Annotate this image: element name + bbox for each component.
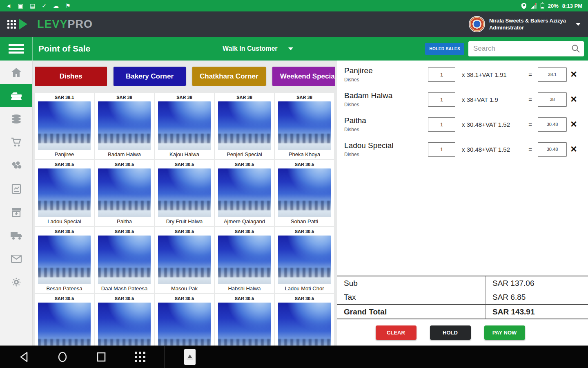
nav-divider xyxy=(164,346,165,368)
customer-selector[interactable]: Walk In Customer xyxy=(223,45,293,52)
product-image xyxy=(98,168,151,217)
product-image xyxy=(218,168,271,217)
tax-row: Tax SAR 6.85 xyxy=(337,290,588,304)
product-card[interactable]: SAR 30.5 Ladou Moti Chor xyxy=(275,227,334,293)
pos-toolbar: Point of Sale Walk In Customer HOLED SAL… xyxy=(0,37,588,61)
product-grid: SAR 38.1 Panjiree SAR 38 Badam Halwa SAR… xyxy=(35,93,335,346)
products-stack-icon xyxy=(11,114,22,124)
sidebar-item-delivery[interactable] xyxy=(0,224,32,247)
product-card[interactable]: SAR 30.5 xyxy=(215,294,274,346)
product-card[interactable]: SAR 30.5 Habshi Halwa xyxy=(215,227,274,293)
quantity-input[interactable] xyxy=(428,142,455,157)
sidebar-item-inventory[interactable] xyxy=(0,200,32,224)
cart-item-formula: x 38+VAT 1.9 xyxy=(462,96,498,103)
product-card[interactable]: SAR 30.5 xyxy=(275,294,334,346)
category-tab[interactable]: Bakery Corner xyxy=(114,67,186,86)
android-status-bar: ◄ ▣ ▤ ✓ ☁ ⚑ 20% 8:13 PM xyxy=(0,0,588,11)
product-image xyxy=(98,101,151,150)
remove-item-button[interactable]: ✕ xyxy=(567,144,581,154)
inventory-box-icon xyxy=(11,207,22,217)
product-card[interactable]: SAR 30.5 Ladou Special xyxy=(35,160,94,226)
catalog-panel: Dishes Bakery Corner Chatkhara Corner We… xyxy=(33,61,337,346)
sidebar-item-home[interactable] xyxy=(0,61,32,84)
app-notification-icon: ▣ xyxy=(18,0,23,11)
pay-now-button[interactable]: PAY NOW xyxy=(484,325,525,340)
sidebar-item-products[interactable] xyxy=(0,107,32,130)
share-icon: ◄ xyxy=(6,0,11,11)
hamburger-icon xyxy=(9,43,24,55)
cart-actions: CLEAR HOLD PAY NOW xyxy=(337,325,588,340)
product-image xyxy=(98,236,151,284)
sidebar-item-ingredients[interactable] xyxy=(0,154,32,177)
product-image xyxy=(158,168,211,217)
settings-gear-icon xyxy=(11,277,21,287)
remove-item-button[interactable]: ✕ xyxy=(567,119,581,129)
cart-item-category: Dishes xyxy=(344,152,428,157)
product-card[interactable]: SAR 30.5 Dry Fruit Halwa xyxy=(155,160,214,226)
sidebar-item-messages[interactable] xyxy=(0,247,32,270)
apps-button[interactable] xyxy=(120,352,159,362)
app-header: LEVYPRO Nirala Sweets & Bakers Azizya Ad… xyxy=(0,11,588,37)
signal-icon xyxy=(530,3,537,9)
cart-item-name: Paitha xyxy=(344,116,428,125)
product-card[interactable]: SAR 30.5 Daal Mash Pateesa xyxy=(95,227,154,293)
line-total-input[interactable] xyxy=(538,67,567,82)
product-card[interactable]: SAR 30.5 Sohan Patti xyxy=(275,160,334,226)
product-card[interactable]: SAR 38.1 Panjiree xyxy=(35,93,94,159)
reports-book-icon xyxy=(11,184,21,194)
product-name: Penjeri Special xyxy=(215,150,274,158)
app-shortcut-icon[interactable] xyxy=(184,349,196,365)
hold-button[interactable]: HOLD xyxy=(430,325,471,340)
recents-button[interactable] xyxy=(82,352,120,362)
product-card[interactable]: SAR 30.5 Besan Pateesa xyxy=(35,227,94,293)
back-button[interactable] xyxy=(4,352,43,362)
quantity-input[interactable] xyxy=(428,67,455,82)
sidebar xyxy=(0,61,33,346)
cart-item-category: Dishes xyxy=(344,77,428,83)
account-role: Administrator xyxy=(489,24,566,31)
category-tab[interactable]: Dishes xyxy=(35,67,107,86)
category-tab[interactable]: Weekend Special xyxy=(272,67,335,86)
home-button[interactable] xyxy=(43,352,82,362)
product-card[interactable]: SAR 30.5 xyxy=(155,294,214,346)
quantity-input[interactable] xyxy=(428,92,455,107)
sidebar-item-reports[interactable] xyxy=(0,177,32,200)
product-card[interactable]: SAR 30.5 Paitha xyxy=(95,160,154,226)
hold-sales-button[interactable]: HOLED SALES xyxy=(425,43,464,55)
remove-item-button[interactable]: ✕ xyxy=(567,94,581,104)
search-input[interactable] xyxy=(468,41,584,56)
product-price: SAR 38 xyxy=(275,94,334,101)
clear-button[interactable]: CLEAR xyxy=(376,325,416,340)
product-card[interactable]: SAR 38 Kajou Halwa xyxy=(155,93,214,159)
sidebar-item-settings[interactable] xyxy=(0,270,32,294)
cart-item: Panjiree Dishes x 38.1+VAT 1.91 = ✕ xyxy=(344,66,581,83)
product-card[interactable]: SAR 30.5 xyxy=(35,294,94,346)
product-price: SAR 30.5 xyxy=(35,228,94,236)
line-total-input[interactable] xyxy=(538,117,567,132)
status-left-icons: ◄ ▣ ▤ ✓ ☁ ⚑ xyxy=(6,0,71,11)
quantity-input[interactable] xyxy=(428,117,455,132)
product-image xyxy=(38,236,91,284)
cloud-upload-icon: ☁ xyxy=(53,0,59,11)
product-price: SAR 30.5 xyxy=(95,161,154,168)
line-total-input[interactable] xyxy=(538,142,567,157)
remove-item-button[interactable]: ✕ xyxy=(567,70,581,79)
product-card[interactable]: SAR 30.5 Masou Pak xyxy=(155,227,214,293)
product-card[interactable]: SAR 38 Badam Halwa xyxy=(95,93,154,159)
cart-item-category: Dishes xyxy=(344,127,428,132)
sidebar-item-pos[interactable] xyxy=(0,84,32,107)
sidebar-item-cart[interactable] xyxy=(0,130,32,154)
product-card[interactable]: SAR 38 Pheka Khoya xyxy=(275,93,334,159)
category-tab[interactable]: Chatkhara Corner xyxy=(192,67,266,86)
product-card[interactable]: SAR 38 Penjeri Special xyxy=(215,93,274,159)
product-name: Besan Pateesa xyxy=(35,284,94,292)
product-card[interactable]: SAR 30.5 Ajmere Qalagand xyxy=(215,160,274,226)
product-price: SAR 30.5 xyxy=(155,228,214,236)
product-card[interactable]: SAR 30.5 xyxy=(95,294,154,346)
product-price: SAR 38.1 xyxy=(35,94,94,101)
account-menu[interactable]: Nirala Sweets & Bakers Azizya Administra… xyxy=(469,16,581,32)
product-image xyxy=(278,168,331,217)
hamburger-menu-button[interactable] xyxy=(0,37,33,61)
equals-sign: = xyxy=(528,71,532,78)
line-total-input[interactable] xyxy=(538,92,567,107)
